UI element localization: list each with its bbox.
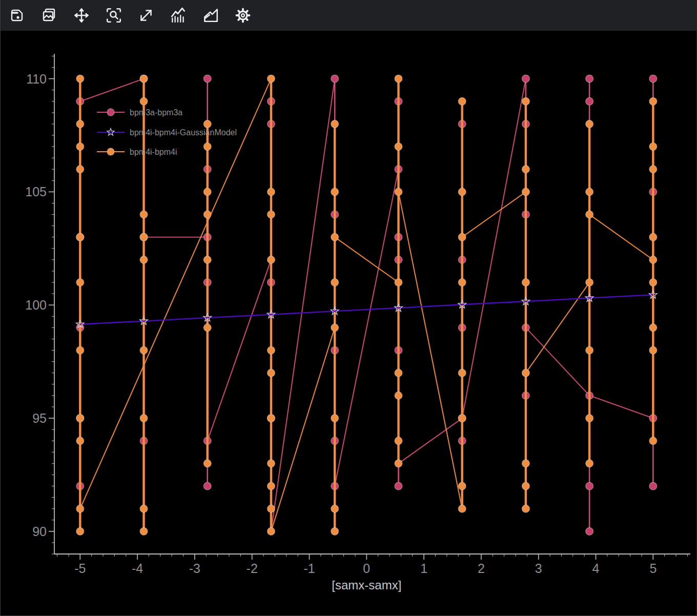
bpm3a-series-segment-line: [589, 396, 653, 418]
bpm4i-series-marker: [331, 324, 339, 332]
bpm4i-series-marker: [522, 188, 530, 196]
diagonal-expand-icon: [137, 7, 155, 24]
plot-toolbar: [1, 0, 696, 31]
x-tick-label: 2: [478, 561, 485, 576]
bpm4i-series-marker: [331, 233, 339, 241]
bpm4i-series-marker: [586, 188, 593, 196]
x-tick-label: 1: [420, 561, 427, 576]
bpm3a-series-marker: [203, 75, 211, 83]
bpm4i-series-marker: [268, 415, 275, 422]
y-tick-label: 105: [25, 184, 47, 199]
settings-button[interactable]: [232, 4, 254, 27]
bpm4i-series-segment-line: [335, 237, 398, 282]
bpm4i-series-marker: [203, 211, 211, 218]
pan-button[interactable]: [70, 4, 93, 27]
bpm4i-series-marker: [76, 279, 84, 286]
images-icon: [41, 7, 57, 24]
x-tick-label: -2: [247, 561, 258, 576]
bpm4i-series-marker: [140, 415, 148, 422]
y-tick-label: 100: [25, 298, 47, 312]
bpm4i-series-segment-line: [462, 192, 526, 237]
bpm4i-series-segment-line: [80, 79, 271, 509]
legend-label: bpm4i-bpm4i-GaussianModel: [130, 128, 237, 137]
bpm4i-series-marker: [458, 505, 466, 512]
bpm3a-series-marker: [586, 75, 593, 83]
bpm4i-series-marker: [76, 527, 84, 535]
bpm4i-series-marker: [140, 211, 148, 218]
legend-circle-marker: [107, 148, 114, 155]
bpm4i-series-marker: [268, 75, 275, 83]
x-axis-label: [samx-samx]: [332, 578, 401, 592]
statistics-button[interactable]: [167, 4, 190, 27]
bpm4i-series-segment-line: [526, 282, 589, 373]
bpm4i-series-marker: [649, 437, 657, 445]
bpm4i-series-marker: [522, 482, 530, 490]
legend-label: bpm4i-bpm4i: [130, 148, 177, 156]
bpm4i-series-marker: [76, 233, 84, 241]
bpm4i-series-marker: [395, 392, 402, 399]
move-arrows-icon: [73, 7, 90, 24]
bpm4i-series-marker: [458, 233, 466, 241]
bpm4i-series-marker: [649, 256, 657, 263]
bpm4i-series-marker: [76, 415, 84, 422]
bpm4i-series-marker: [395, 460, 402, 467]
bpm4i-series-marker: [203, 324, 211, 332]
export-image-button[interactable]: [38, 4, 60, 27]
bpm4i-series-segment-line: [271, 327, 335, 531]
legend-circle-marker: [107, 109, 114, 116]
autoscale-button[interactable]: [135, 4, 157, 27]
bpm4i-series-marker: [649, 279, 657, 286]
bpm4i-series-marker: [140, 97, 148, 105]
bpm4i-series-marker: [76, 346, 84, 354]
bpm3a-series-segment-line: [526, 327, 589, 395]
bpm3a-series-segment-line: [335, 169, 398, 486]
x-tick-label: -3: [189, 561, 200, 576]
zoom-region-button[interactable]: [102, 4, 125, 27]
bpm4i-series-segment-line: [589, 215, 653, 260]
gaussian-model-line: [80, 295, 653, 324]
bpm3a-series-marker: [522, 75, 530, 83]
bpm4i-series-marker: [268, 256, 275, 263]
x-tick-label: -4: [132, 561, 143, 576]
bpm4i-series-marker: [76, 505, 84, 512]
bpm4i-series-marker: [458, 482, 466, 490]
plot-canvas[interactable]: -5-4-3-2-10123459095100105110[samx-samx]…: [1, 31, 697, 616]
bpm4i-series-marker: [76, 166, 84, 173]
bpm4i-series-marker: [649, 143, 657, 151]
bpm4i-series-marker: [140, 75, 148, 83]
plot-window: { "window": { "toolbar_background": "#1f…: [0, 0, 697, 616]
bpm4i-series-marker: [458, 97, 466, 105]
bpm4i-series-marker: [522, 505, 530, 512]
bpm3a-series-marker: [395, 482, 402, 490]
y-tick-label: 110: [26, 72, 47, 86]
bpm4i-series-marker: [203, 256, 211, 263]
area-plot-button[interactable]: [199, 4, 222, 27]
bpm4i-series-marker: [522, 279, 530, 286]
bpm4i-series-marker: [140, 256, 148, 263]
bpm4i-series-marker: [395, 369, 402, 377]
bpm3a-series-marker: [586, 482, 593, 490]
bpm4i-series-marker: [395, 75, 402, 83]
bpm4i-series-marker: [586, 211, 593, 218]
bpm4i-series-marker: [458, 279, 466, 286]
bpm4i-series-marker: [268, 482, 275, 490]
bpm4i-series-marker: [331, 188, 339, 196]
bpm4i-series-marker: [203, 143, 211, 151]
bpm4i-series-marker: [140, 505, 148, 512]
bpm4i-series-marker: [268, 527, 275, 535]
bpm4i-series-marker: [203, 188, 211, 196]
bpm4i-series-marker: [268, 211, 275, 218]
bpm4i-series-marker: [395, 437, 402, 445]
x-tick-label: 3: [535, 561, 542, 576]
save-button[interactable]: [6, 4, 28, 27]
bpm4i-series-marker: [331, 505, 339, 512]
bpm4i-series-marker: [586, 279, 593, 286]
legend-label: bpm3a-bpm3a: [130, 108, 182, 117]
bpm4i-series-marker: [586, 120, 593, 128]
bpm3a-series-marker: [203, 482, 211, 490]
x-tick-label: -5: [74, 561, 86, 576]
bpm4i-series-marker: [395, 279, 402, 286]
bpm3a-series-segment-line: [208, 260, 271, 441]
bpm4i-series-marker: [76, 437, 84, 445]
x-tick-label: 5: [649, 561, 657, 576]
